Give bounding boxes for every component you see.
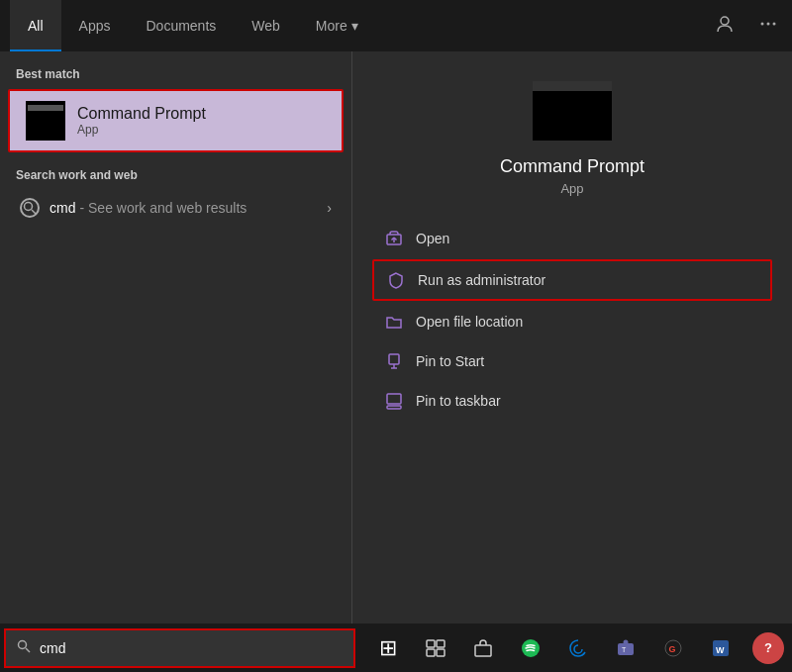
pin-to-start-label: Pin to Start (416, 353, 484, 369)
app-preview-icon (533, 81, 612, 141)
search-query-text: cmd (50, 200, 75, 216)
word-button[interactable]: W (699, 626, 742, 670)
right-panel: Command Prompt App Open (351, 51, 792, 624)
tab-web[interactable]: Web (234, 0, 298, 51)
svg-point-2 (767, 23, 770, 26)
left-panel: Best match Command Prompt App Search wor… (0, 51, 351, 624)
best-match-label: Best match (0, 67, 351, 89)
open-file-location-label: Open file location (416, 314, 523, 330)
best-match-text: Command Prompt App (77, 105, 206, 137)
svg-rect-20 (437, 649, 445, 656)
svg-text:G: G (668, 644, 675, 654)
svg-point-4 (25, 203, 33, 211)
taskbar-search-box[interactable] (4, 628, 355, 668)
search-web-item[interactable]: cmd - See work and web results › (16, 190, 336, 226)
best-match-item[interactable]: Command Prompt App (8, 89, 344, 152)
svg-point-3 (773, 23, 776, 26)
action-menu: Open Run as administrator (372, 220, 772, 420)
cmd-app-icon (26, 101, 65, 141)
svg-rect-14 (387, 406, 401, 409)
nav-tabs-left: All Apps Documents Web More ▾ (10, 0, 376, 51)
action-open[interactable]: Open (372, 220, 772, 257)
taskbar-search-icon (16, 638, 32, 658)
svg-rect-13 (387, 394, 401, 404)
search-panel: All Apps Documents Web More ▾ (0, 0, 792, 624)
app-preview-subtitle: App (560, 181, 583, 196)
svg-point-24 (623, 639, 628, 644)
teams-button[interactable]: T (604, 626, 647, 670)
svg-text:T: T (622, 646, 627, 653)
taskbar: ⊞ (0, 624, 792, 672)
more-options-icon[interactable] (754, 10, 782, 42)
shield-icon (386, 270, 406, 290)
svg-point-0 (721, 17, 729, 25)
search-input[interactable] (40, 640, 317, 656)
open-icon (384, 229, 404, 248)
user-account-icon[interactable] (711, 10, 739, 42)
search-web-label: Search work and web (16, 168, 336, 182)
pin-start-icon (384, 351, 404, 371)
action-open-file-location[interactable]: Open file location (372, 303, 772, 340)
nav-tabs: All Apps Documents Web More ▾ (0, 0, 792, 51)
spotify-button[interactable] (509, 626, 552, 670)
start-button[interactable]: ⊞ (366, 626, 410, 670)
svg-rect-10 (389, 354, 399, 364)
svg-point-22 (522, 639, 540, 657)
svg-line-16 (26, 648, 30, 652)
search-circle-icon (20, 198, 40, 218)
folder-icon (384, 312, 404, 332)
task-view-button[interactable] (414, 626, 457, 670)
tab-more[interactable]: More ▾ (298, 0, 376, 51)
tab-documents[interactable]: Documents (128, 0, 234, 51)
search-web-section: Search work and web cmd - See work and w… (0, 168, 351, 226)
svg-text:W: W (716, 645, 725, 655)
svg-rect-17 (427, 640, 435, 647)
svg-point-1 (761, 23, 764, 26)
nav-tabs-right (711, 10, 782, 42)
best-match-title: Command Prompt (77, 105, 206, 123)
app-preview-title: Command Prompt (500, 156, 644, 177)
open-label: Open (416, 231, 449, 246)
store-button[interactable] (461, 626, 505, 670)
taskbar-right: ? (752, 632, 792, 664)
svg-rect-21 (475, 645, 491, 656)
tab-apps[interactable]: Apps (61, 0, 129, 51)
cmd-titlebar (533, 81, 612, 91)
google-button[interactable]: G (651, 626, 695, 670)
svg-line-5 (32, 210, 36, 214)
search-web-rest-text: - See work and web results (79, 200, 247, 216)
svg-rect-19 (427, 649, 435, 656)
run-as-admin-label: Run as administrator (418, 272, 545, 288)
pin-to-taskbar-label: Pin to taskbar (416, 393, 501, 409)
search-web-text: cmd - See work and web results (50, 200, 327, 216)
edge-button[interactable] (556, 626, 600, 670)
action-pin-to-taskbar[interactable]: Pin to taskbar (372, 382, 772, 420)
svg-rect-18 (437, 640, 445, 647)
main-content: Best match Command Prompt App Search wor… (0, 51, 792, 624)
tab-all[interactable]: All (10, 0, 61, 51)
svg-point-15 (19, 640, 27, 648)
taskbar-center: ⊞ (355, 626, 752, 670)
best-match-subtitle: App (77, 123, 206, 137)
user-avatar[interactable]: ? (752, 632, 784, 664)
action-pin-to-start[interactable]: Pin to Start (372, 342, 772, 380)
action-run-as-admin[interactable]: Run as administrator (372, 259, 772, 301)
pin-taskbar-icon (384, 391, 404, 411)
chevron-right-icon: › (327, 200, 332, 216)
